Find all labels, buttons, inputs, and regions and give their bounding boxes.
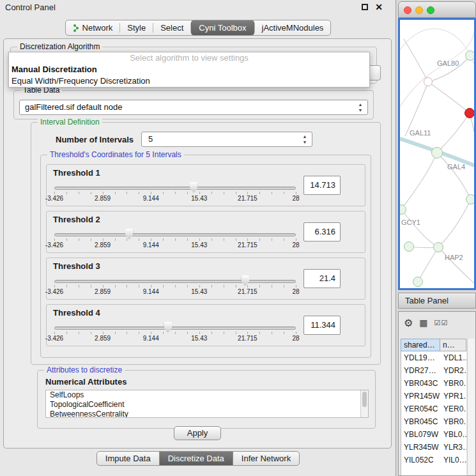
threshold-panel: Threshold 4-3.4262.8599.14415.4321.71528… <box>46 304 365 346</box>
table-data-group: Table Data galFiltered.sif default node … <box>13 90 374 119</box>
network-node[interactable] <box>464 108 475 118</box>
close-icon[interactable]: ✕ <box>375 2 383 12</box>
threshold-slider[interactable]: -3.4262.8599.14415.4321.71528 <box>54 181 296 204</box>
threshold-list: Threshold 1-3.4262.8599.14415.4321.71528… <box>46 164 365 351</box>
slider-tick <box>115 332 116 334</box>
attributes-to-discretize-group: Attributes to discretize Numerical Attri… <box>37 370 376 429</box>
apply-button[interactable]: Apply <box>174 426 221 440</box>
network-node[interactable] <box>413 277 423 287</box>
slider-tick <box>247 332 248 334</box>
table-row[interactable]: YDL19…YDL1… <box>401 351 466 364</box>
zoom-traffic-light-icon[interactable] <box>427 6 434 14</box>
column-header-shared-name[interactable]: shared… <box>401 339 440 351</box>
threshold-value-box[interactable]: 6.316 <box>303 222 341 242</box>
bottom-tab-infer-network[interactable]: Infer Network <box>233 451 300 466</box>
cell-shared-name: YBR045C <box>401 415 441 428</box>
slider-tick-label: 9.144 <box>143 242 159 249</box>
network-node[interactable] <box>424 77 433 86</box>
slider-tick <box>247 238 248 241</box>
select-columns-icon[interactable]: ☑☑ <box>434 319 449 327</box>
list-scrollbar[interactable] <box>360 390 368 417</box>
slider-tick <box>284 192 284 194</box>
slider-track[interactable] <box>54 326 296 330</box>
numerical-attributes-list[interactable]: SelfLoopsTopologicalCoefficientBetweenne… <box>45 390 369 418</box>
float-window-icon[interactable] <box>362 4 368 10</box>
cell-shared-name: YER054C <box>401 403 441 415</box>
list-item[interactable]: BetweennessCentrality <box>46 410 368 418</box>
network-node[interactable] <box>465 50 475 61</box>
table-row[interactable]: YPR145WYPR1… <box>401 390 466 403</box>
network-node-label: GAL80 <box>437 59 459 67</box>
table-row[interactable]: YIL052CYIL0… <box>401 454 466 466</box>
list-item[interactable]: TopologicalCoefficient <box>46 400 368 410</box>
threshold-value-box[interactable]: 14.713 <box>303 176 341 195</box>
table-row[interactable]: YDR27…YDR2… <box>401 364 466 377</box>
dropdown-option-equal-width[interactable]: Equal Width/Frequency Discretization <box>9 75 369 87</box>
slider-tick <box>103 192 104 194</box>
table-row[interactable]: YLR345WYLR3… <box>401 441 466 454</box>
network-node[interactable] <box>404 242 414 252</box>
column-header-name[interactable]: n… <box>440 339 466 351</box>
slider-track[interactable] <box>54 187 296 190</box>
slider-track[interactable] <box>54 280 296 283</box>
table-row[interactable]: YBL079WYBL0… <box>401 428 466 441</box>
tab-select[interactable]: Select <box>153 20 190 35</box>
slider-tick <box>54 238 55 241</box>
slider-tick <box>224 192 224 194</box>
threshold-slider[interactable]: -3.4262.8599.14415.4321.71528 <box>54 228 296 251</box>
tab-jactivemnodules[interactable]: jActiveMNodules <box>255 20 331 35</box>
slider-tick-label: 15.43 <box>191 335 207 342</box>
tab-label: Select <box>160 23 183 33</box>
interval-definition-group: Interval Definition Number of Intervals … <box>31 122 381 365</box>
scrollbar-thumb[interactable] <box>362 392 367 407</box>
network-node[interactable] <box>431 147 443 158</box>
bottom-tab-impute-data[interactable]: Impute Data <box>96 451 160 466</box>
slider-tick <box>127 192 127 194</box>
slider-thumb[interactable] <box>164 322 172 333</box>
columns-icon[interactable]: ▦ <box>419 318 427 328</box>
slider-tick <box>247 285 248 288</box>
table-row[interactable]: YBR043CYBR0… <box>401 377 466 390</box>
slider-tick <box>236 332 236 334</box>
slider-tick <box>224 285 224 288</box>
list-item[interactable]: SelfLoops <box>46 390 368 400</box>
tab-network[interactable]: Network <box>66 20 120 35</box>
threshold-label: Threshold 1 <box>53 168 100 178</box>
network-titlebar[interactable] <box>398 1 476 18</box>
tab-label: jActiveMNodules <box>262 23 324 33</box>
table-panel-header[interactable]: Table Panel <box>398 293 476 309</box>
table-row[interactable]: YER054CYER0… <box>401 403 466 415</box>
slider-tick-label: 9.144 <box>143 335 159 342</box>
tab-style[interactable]: Style <box>120 20 153 35</box>
slider-thumb[interactable] <box>190 182 198 193</box>
network-node[interactable] <box>466 194 476 204</box>
gear-icon[interactable]: ⚙ <box>404 317 413 329</box>
minimize-traffic-light-icon[interactable] <box>415 6 423 14</box>
table-row[interactable]: YBR045CYBR0… <box>401 415 466 428</box>
number-of-intervals-spinner[interactable]: 5 ▲▼ <box>141 132 312 147</box>
table-data-combo[interactable]: galFiltered.sif default node ▲▼ <box>19 100 368 115</box>
network-canvas[interactable]: GAL80GAL11GAL4GCY1HAP2 <box>398 18 476 290</box>
slider-track[interactable] <box>54 233 296 236</box>
thresholds-coordinates-group: Threshold's Coordinates for 5 Intervals … <box>40 155 371 358</box>
combo-arrows-icon: ▲▼ <box>357 102 364 113</box>
tab-label: Cyni Toolbox <box>199 23 246 33</box>
close-traffic-light-icon[interactable] <box>404 6 411 14</box>
slider-tick <box>236 238 236 241</box>
slider-tick <box>127 332 127 334</box>
threshold-value-box[interactable]: 21.4 <box>303 269 341 288</box>
threshold-slider[interactable]: -3.4262.8599.14415.4321.71528 <box>54 275 296 298</box>
group-title: Discretization Algorithm <box>17 42 102 51</box>
table-scrollbar[interactable] <box>467 339 475 475</box>
threshold-slider[interactable]: -3.4262.8599.14415.4321.71528 <box>54 321 296 344</box>
slider-tick <box>175 332 176 334</box>
slider-tick <box>139 332 139 334</box>
tab-cyni-toolbox[interactable]: Cyni Toolbox <box>191 20 254 35</box>
slider-tick <box>296 285 296 288</box>
tab-group: NetworkStyleSelectCyni ToolboxjActiveMNo… <box>65 20 332 36</box>
threshold-value-box[interactable]: 11.344 <box>303 316 341 335</box>
bottom-tab-discretize-data[interactable]: Discretize Data <box>159 451 233 466</box>
dropdown-option-manual[interactable]: Manual Discretization <box>9 64 369 75</box>
network-node[interactable] <box>433 242 443 252</box>
slider-tick-label: -3.426 <box>45 195 63 202</box>
